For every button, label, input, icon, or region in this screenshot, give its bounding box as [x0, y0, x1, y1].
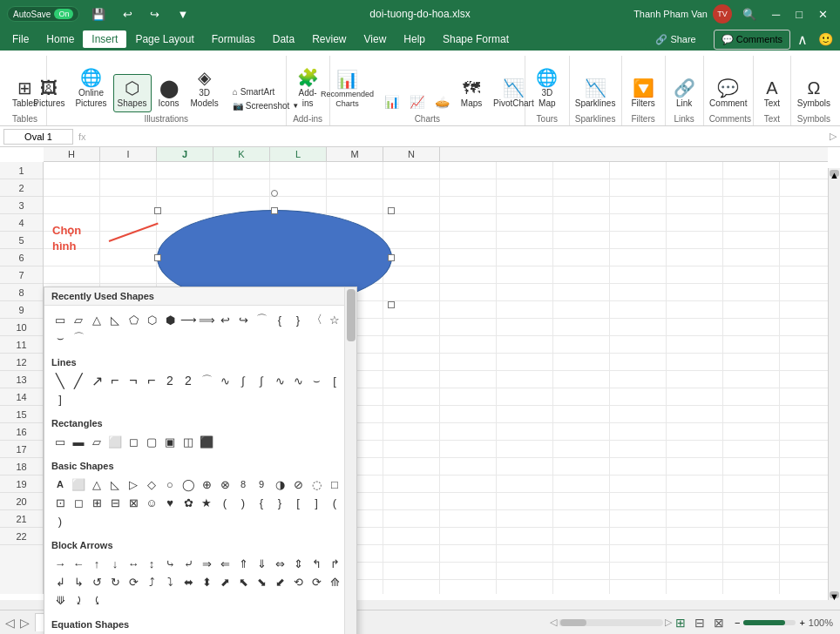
online-pictures-button[interactable]: 🌐 Online Pictures: [71, 64, 111, 112]
rect-3[interactable]: ▱: [88, 433, 105, 450]
barr-5[interactable]: ↔: [125, 555, 142, 572]
normal-view-btn[interactable]: ⊞: [672, 614, 689, 631]
autosave-toggle[interactable]: AutoSave On: [7, 6, 79, 22]
shape-pent[interactable]: ⬠: [125, 311, 142, 328]
basic-2[interactable]: ⬜: [70, 476, 87, 493]
barr-2[interactable]: ←: [70, 555, 87, 572]
basic-26[interactable]: (: [216, 494, 234, 511]
rect-9[interactable]: ⬛: [198, 433, 215, 450]
shape-brace1[interactable]: {: [271, 311, 288, 328]
line-corner2[interactable]: ¬: [125, 372, 142, 389]
basic-10[interactable]: ⊗: [216, 476, 234, 493]
shape-star[interactable]: ☆: [326, 311, 343, 328]
barr-30[interactable]: ⟲: [289, 573, 307, 590]
basic-24[interactable]: ✿: [180, 494, 197, 511]
screenshot-button[interactable]: 📷 Screenshot ▼: [228, 99, 304, 112]
tours-button[interactable]: 🌐 3D Map: [531, 64, 563, 112]
col-m[interactable]: M: [327, 147, 383, 161]
barr-29[interactable]: ⬋: [271, 573, 288, 590]
basic-14[interactable]: ⊘: [289, 476, 307, 493]
line-diag2[interactable]: ╱: [70, 372, 87, 389]
undo-button[interactable]: ↩: [118, 8, 138, 21]
symbols-button[interactable]: Ω Symbols: [793, 74, 835, 112]
shape-curl1[interactable]: ⌒: [253, 311, 270, 328]
basic-27[interactable]: ): [234, 494, 252, 511]
menu-page-layout[interactable]: Page Layout: [126, 30, 202, 48]
basic-7[interactable]: ○: [161, 476, 179, 493]
barr-34[interactable]: ⤸: [70, 591, 87, 609]
menu-formulas[interactable]: Formulas: [203, 30, 264, 48]
redo-button[interactable]: ↪: [145, 8, 165, 21]
line-curve1[interactable]: ⌒: [198, 372, 215, 389]
sparklines-button[interactable]: 📉 Sparklines: [571, 74, 620, 112]
basic-1[interactable]: A: [51, 476, 69, 493]
menu-review[interactable]: Review: [303, 30, 355, 48]
line-bracket[interactable]: [: [326, 372, 343, 389]
barr-1[interactable]: →: [51, 555, 69, 572]
3d-models-button[interactable]: ◈ 3D Models: [186, 64, 223, 112]
col-k[interactable]: K: [213, 147, 270, 161]
rect-8[interactable]: ◫: [180, 433, 197, 450]
close-button[interactable]: ✕: [813, 8, 833, 21]
shapes-button[interactable]: ⬡ Shapes: [113, 74, 152, 112]
col-l[interactable]: L: [270, 147, 327, 161]
basic-9[interactable]: ⊕: [198, 476, 215, 493]
rect-6[interactable]: ▢: [143, 433, 160, 450]
barr-11[interactable]: ⇑: [234, 555, 252, 572]
menu-data[interactable]: Data: [264, 30, 303, 48]
text-button[interactable]: A Text: [756, 74, 788, 112]
barr-26[interactable]: ⬈: [216, 573, 234, 590]
basic-21[interactable]: ⊠: [125, 494, 142, 511]
basic-28[interactable]: {: [253, 494, 270, 511]
barr-17[interactable]: ↲: [51, 573, 69, 590]
menu-file[interactable]: File: [3, 30, 37, 48]
h-scrollbar[interactable]: [559, 619, 663, 626]
filters-button[interactable]: 🔽 Filters: [627, 74, 660, 112]
barr-35[interactable]: ⤹: [88, 591, 105, 609]
shape-hex[interactable]: ⬡: [143, 311, 160, 328]
tab-next[interactable]: ▷: [18, 614, 31, 631]
basic-20[interactable]: ⊟: [106, 494, 124, 511]
col-n[interactable]: N: [383, 147, 440, 161]
barr-10[interactable]: ⇐: [216, 555, 234, 572]
shape-rtri[interactable]: ◺: [106, 311, 124, 328]
basic-17[interactable]: ⊡: [51, 494, 69, 511]
barr-13[interactable]: ⇔: [271, 555, 288, 572]
barr-28[interactable]: ⬊: [253, 573, 270, 590]
rect-2[interactable]: ▬: [70, 433, 87, 450]
link-button[interactable]: 🔗 Link: [668, 74, 700, 112]
line-wave[interactable]: ∿: [271, 372, 288, 389]
basic-3[interactable]: △: [88, 476, 105, 493]
shape-triangle[interactable]: △: [88, 311, 105, 328]
barr-24[interactable]: ⬌: [180, 573, 197, 590]
barr-20[interactable]: ↻: [106, 573, 124, 590]
line-int1[interactable]: ∫: [234, 372, 252, 389]
maps-button[interactable]: 🗺 Maps: [456, 74, 487, 112]
line-diag1[interactable]: ╲: [51, 372, 69, 389]
rect-5[interactable]: ◻: [125, 433, 142, 450]
shape-arr1[interactable]: ⟶: [180, 311, 197, 328]
barr-4[interactable]: ↓: [106, 555, 124, 572]
basic-15[interactable]: ◌: [308, 476, 325, 493]
barr-12[interactable]: ⇓: [253, 555, 270, 572]
basic-16[interactable]: □: [326, 476, 343, 493]
line-corner1[interactable]: ⌐: [106, 372, 124, 389]
menu-shape-format[interactable]: Shape Format: [434, 30, 518, 48]
basic-33[interactable]: ): [51, 512, 69, 529]
basic-22[interactable]: ☺: [143, 494, 160, 511]
menu-insert[interactable]: Insert: [83, 30, 126, 48]
barr-21[interactable]: ⟳: [125, 573, 142, 590]
line-int3[interactable]: ∿: [289, 372, 307, 389]
barr-16[interactable]: ↱: [326, 555, 343, 572]
line-bracket2[interactable]: ]: [51, 390, 69, 408]
zoom-slider[interactable]: [743, 620, 796, 625]
recommended-charts-button[interactable]: 📊 Recommended Charts: [316, 65, 378, 112]
barr-6[interactable]: ↕: [143, 555, 160, 572]
name-box[interactable]: [3, 129, 73, 145]
pictures-button[interactable]: 🖼 Pictures: [29, 74, 69, 112]
barr-8[interactable]: ⤶: [180, 555, 197, 572]
line-s1[interactable]: 2: [161, 372, 179, 389]
line-diag3[interactable]: ↗: [88, 372, 105, 389]
menu-view[interactable]: View: [356, 30, 396, 48]
barr-7[interactable]: ⤷: [161, 555, 179, 572]
